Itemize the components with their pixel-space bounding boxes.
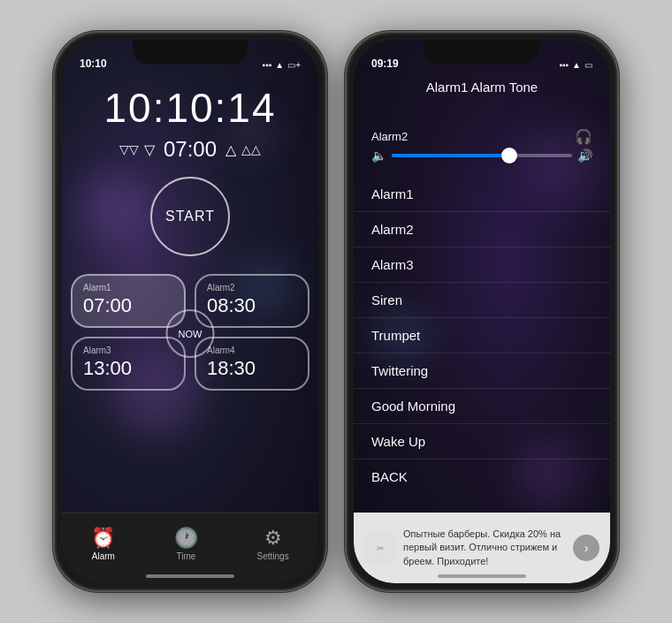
phones-container: 10:10 ▪▪▪ ▲ ▭+ 10:10:14 ▽▽ ▽ 07:00 △ △△ <box>35 13 637 610</box>
now-button[interactable]: NOW <box>166 309 215 358</box>
current-tone-label: Alarm2 <box>371 130 408 143</box>
single-down-arrow[interactable]: ▽ <box>144 141 155 158</box>
status-icons-1: ▪▪▪ ▲ ▭+ <box>263 60 301 70</box>
settings-icon: ⚙ <box>264 527 282 550</box>
alarm-set-time: 07:00 <box>160 137 220 162</box>
alarm-time-2: 08:30 <box>207 294 297 317</box>
volume-fill <box>392 154 509 157</box>
start-label: START <box>165 209 215 224</box>
volume-up-button-2 <box>345 183 347 232</box>
phone-2-screen: 09:19 ▪▪▪ ▲ ▭ Alarm1 Alarm Tone Alarm2 🎧 <box>354 40 610 583</box>
alarm-label-4: Alarm4 <box>207 346 297 355</box>
tab-time-label: Time <box>176 551 195 561</box>
tone-item-trumpet[interactable]: Trumpet <box>354 318 610 353</box>
home-indicator-1 <box>146 574 234 578</box>
alarm-card-4[interactable]: Alarm4 18:30 <box>195 337 309 391</box>
now-label: NOW <box>179 329 202 339</box>
notch-2 <box>424 40 539 65</box>
double-down-arrow[interactable]: ▽▽ <box>119 142 139 156</box>
alarm-card-2[interactable]: Alarm2 08:30 <box>195 274 309 328</box>
clock-display: 10:10:14 <box>62 84 318 132</box>
volume-up-button <box>53 183 55 232</box>
double-up-arrow[interactable]: △△ <box>241 142 261 156</box>
tone-item-alarm3[interactable]: Alarm3 <box>354 247 610 283</box>
start-button[interactable]: START <box>150 177 230 256</box>
tab-alarm[interactable]: ⏰ Alarm <box>91 527 115 561</box>
volume-low-icon: 🔈 <box>371 148 386 163</box>
alarm-label-2: Alarm2 <box>207 283 297 293</box>
tab-bar-1: ⏰ Alarm 🕐 Time ⚙ Settings <box>62 513 318 583</box>
volume-thumb[interactable] <box>501 148 517 163</box>
wifi-icon-2: ▲ <box>572 60 581 70</box>
power-button <box>325 156 327 218</box>
ad-arrow[interactable]: › <box>573 535 599 561</box>
phone-1: 10:10 ▪▪▪ ▲ ▭+ 10:10:14 ▽▽ ▽ 07:00 △ △△ <box>53 31 327 592</box>
tone-item-good-morning[interactable]: Good Morning <box>354 389 610 424</box>
volume-track[interactable] <box>392 154 572 157</box>
volume-slider[interactable]: 🔈 🔊 <box>371 148 592 163</box>
status-time-1: 10:10 <box>80 57 107 70</box>
mute-button <box>53 139 55 170</box>
single-up-arrow[interactable]: △ <box>225 141 236 158</box>
tone-header: Alarm1 Alarm Tone <box>354 80 610 95</box>
tone-item-alarm2[interactable]: Alarm2 <box>354 212 610 247</box>
volume-down-button-2 <box>345 245 347 293</box>
tab-alarm-label: Alarm <box>92 551 115 561</box>
alarm-time-4: 18:30 <box>207 357 297 380</box>
volume-down-button <box>53 245 55 293</box>
phone-1-screen: 10:10 ▪▪▪ ▲ ▭+ 10:10:14 ▽▽ ▽ 07:00 △ △△ <box>62 40 318 583</box>
alarm-card-1[interactable]: Alarm1 07:00 <box>71 274 186 328</box>
alarm-label-1: Alarm1 <box>83 283 173 293</box>
status-time-2: 09:19 <box>371 57 399 70</box>
signal-icon-2: ▪▪▪ <box>559 60 569 70</box>
alarm-label-3: Alarm3 <box>83 346 173 355</box>
ad-text: Опытные барберы. Скидка 20% на первый ви… <box>403 528 566 568</box>
time-icon: 🕐 <box>174 527 198 550</box>
alarm-time-3: 13:00 <box>83 357 173 380</box>
bokeh-1 <box>80 172 150 243</box>
wifi-icon: ▲ <box>275 60 284 70</box>
alarm-set-row: ▽▽ ▽ 07:00 △ △△ <box>62 137 318 162</box>
alarm-time-1: 07:00 <box>83 294 173 317</box>
tone-item-wake-up[interactable]: Wake Up <box>354 424 610 460</box>
tone-item-twittering[interactable]: Twittering <box>354 353 610 389</box>
tone-item-back[interactable]: BACK <box>354 460 610 494</box>
phone-2-inner: 09:19 ▪▪▪ ▲ ▭ Alarm1 Alarm Tone Alarm2 🎧 <box>354 40 610 583</box>
notch <box>133 40 248 65</box>
phone-2: 09:19 ▪▪▪ ▲ ▭ Alarm1 Alarm Tone Alarm2 🎧 <box>345 31 619 592</box>
power-button-2 <box>617 156 619 218</box>
tone-item-alarm1[interactable]: Alarm1 <box>354 177 610 212</box>
ad-bar[interactable]: ✂ Опытные барберы. Скидка 20% на первый … <box>354 513 610 583</box>
tone-item-siren[interactable]: Siren <box>354 283 610 318</box>
battery-icon: ▭+ <box>287 60 301 70</box>
mute-button-2 <box>345 139 347 170</box>
volume-label-row: Alarm2 🎧 <box>371 128 592 145</box>
volume-row: Alarm2 🎧 🔈 🔊 <box>371 128 592 163</box>
tab-settings-label: Settings <box>257 551 289 561</box>
tone-list: Alarm1 Alarm2 Alarm3 Siren Trumpet <box>354 177 610 513</box>
tab-settings[interactable]: ⚙ Settings <box>257 527 289 561</box>
home-indicator-2 <box>438 574 526 578</box>
battery-icon-2: ▭ <box>584 60 592 70</box>
tab-time[interactable]: 🕐 Time <box>174 527 198 561</box>
status-icons-2: ▪▪▪ ▲ ▭ <box>559 60 592 70</box>
alarm-icon: ⏰ <box>91 527 115 550</box>
phone-1-inner: 10:10 ▪▪▪ ▲ ▭+ 10:10:14 ▽▽ ▽ 07:00 △ △△ <box>62 40 318 583</box>
headphone-icon: 🎧 <box>575 128 592 145</box>
volume-high-icon: 🔊 <box>577 148 592 163</box>
signal-icon: ▪▪▪ <box>263 60 272 70</box>
ad-icon: ✂ <box>364 532 396 564</box>
